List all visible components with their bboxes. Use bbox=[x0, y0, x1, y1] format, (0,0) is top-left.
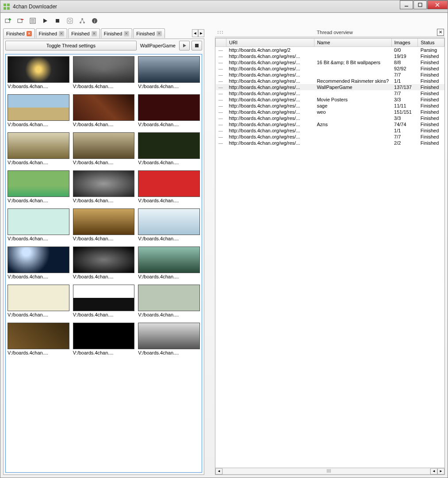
thumbnail-item[interactable]: V:/boards.4chan.... bbox=[138, 285, 200, 317]
thumbnail-image[interactable] bbox=[138, 285, 200, 311]
thumbnail-image[interactable] bbox=[138, 247, 200, 273]
play-icon[interactable] bbox=[41, 17, 49, 25]
table-row[interactable]: http://boards.4chan.org/wg/res/...1/1Fin… bbox=[216, 127, 444, 134]
table-row[interactable]: http://boards.4chan.org/wg/res/...WallPa… bbox=[216, 84, 444, 90]
thumbnail-item[interactable]: V:/boards.4chan.... bbox=[8, 170, 69, 203]
thumbnail-image[interactable] bbox=[73, 208, 135, 235]
tab-close-icon[interactable]: ✕ bbox=[92, 31, 97, 36]
list-icon[interactable] bbox=[29, 17, 37, 25]
thumbnail-item[interactable]: V:/boards.4chan.... bbox=[73, 208, 135, 241]
add-thread-icon[interactable] bbox=[4, 17, 12, 25]
tab-finished[interactable]: Finished✕ bbox=[133, 28, 165, 38]
thumbnail-image[interactable] bbox=[73, 56, 135, 83]
thumbnail-image[interactable] bbox=[8, 170, 69, 197]
table-row[interactable]: http://boards.4chan.org/wg/20/0Parsing bbox=[216, 47, 444, 54]
table-row[interactable]: http://boards.4chan.org/wg/res/...Movie … bbox=[216, 96, 444, 103]
scroll-left-icon[interactable]: ◄ bbox=[215, 468, 222, 474]
thumbnail-image[interactable] bbox=[8, 323, 69, 349]
thumbnail-image[interactable] bbox=[73, 323, 135, 349]
thumbnail-image[interactable] bbox=[8, 94, 69, 121]
name-column-header[interactable]: Name bbox=[314, 39, 391, 47]
thumbnail-image[interactable] bbox=[73, 247, 135, 273]
tab-finished[interactable]: Finished✕ bbox=[36, 28, 68, 38]
thumbnail-item[interactable]: V:/boards.4chan.... bbox=[8, 323, 69, 355]
overview-close-button[interactable]: ✕ bbox=[437, 29, 444, 36]
table-row[interactable]: http://boards.4chan.org/wg/res/...Azns74… bbox=[216, 121, 444, 127]
table-row[interactable]: http://boards.4chan.org/wg/res/...7/7Fin… bbox=[216, 72, 444, 78]
tab-close-icon[interactable]: ✕ bbox=[124, 31, 129, 36]
table-row[interactable]: http://boards.4chan.org/wg/res/...16 Bit… bbox=[216, 59, 444, 66]
table-row[interactable]: http://boards.4chan.org/wg/res/...weo151… bbox=[216, 109, 444, 115]
panel-grip-icon[interactable] bbox=[215, 30, 233, 35]
thumbnail-item[interactable]: V:/boards.4chan.... bbox=[73, 247, 135, 279]
info-icon[interactable]: i bbox=[91, 17, 99, 25]
tab-finished[interactable]: Finished✕ bbox=[68, 28, 100, 38]
thumbnail-image[interactable] bbox=[8, 247, 69, 273]
thumbnail-item[interactable]: V:/boards.4chan.... bbox=[138, 208, 200, 241]
thumbnail-item[interactable]: V:/boards.4chan.... bbox=[138, 56, 200, 89]
thumbnail-image[interactable] bbox=[8, 56, 69, 83]
thumbnail-item[interactable]: V:/boards.4chan.... bbox=[138, 247, 200, 279]
tab-finished[interactable]: Finished✕ bbox=[101, 28, 133, 38]
scroll-right-icon[interactable]: ◄ bbox=[430, 468, 437, 474]
thumbnail-item[interactable]: V:/boards.4chan.... bbox=[8, 94, 69, 127]
tab-close-icon[interactable]: ✕ bbox=[59, 31, 64, 36]
thumbnail-item[interactable]: V:/boards.4chan.... bbox=[8, 208, 69, 241]
thumbnail-image[interactable] bbox=[138, 170, 200, 197]
tab-finished[interactable]: Finished✕ bbox=[3, 28, 35, 38]
thumbnail-item[interactable]: V:/boards.4chan.... bbox=[8, 285, 69, 317]
thumbnail-image[interactable] bbox=[73, 94, 135, 121]
table-row[interactable]: http://boards.4chan.org/wg/res/...2/2Fin… bbox=[216, 140, 444, 146]
remove-thread-icon[interactable] bbox=[16, 17, 24, 25]
thumbnail-image[interactable] bbox=[8, 208, 69, 235]
tab-close-icon[interactable]: ✕ bbox=[27, 31, 32, 36]
titlebar[interactable]: 4chan Downloader bbox=[0, 0, 448, 12]
thumbnail-image[interactable] bbox=[138, 56, 200, 83]
panel-play-button[interactable] bbox=[179, 41, 190, 50]
network-icon[interactable] bbox=[78, 17, 86, 25]
table-row[interactable]: http://boards.4chan.org/wg/res/...7/7Fin… bbox=[216, 134, 444, 140]
table-row[interactable]: http://boards.4chan.org/wg/res/...92/92F… bbox=[216, 66, 444, 72]
thumbnail-image[interactable] bbox=[138, 323, 200, 349]
toggle-thread-settings-button[interactable]: Toggle Thread settings bbox=[5, 41, 137, 50]
thumbnail-item[interactable]: V:/boards.4chan.... bbox=[138, 170, 200, 203]
table-row[interactable]: http://boards.4chan.org/wg/res/...19/19F… bbox=[216, 53, 444, 59]
thumbnail-image[interactable] bbox=[8, 285, 69, 311]
thumbnail-image[interactable] bbox=[138, 208, 200, 235]
thumbnail-image[interactable] bbox=[73, 285, 135, 311]
thumbnail-item[interactable]: V:/boards.4chan.... bbox=[73, 323, 135, 355]
table-row[interactable]: http://boards.4chan.org/wg/res/...7/7Fin… bbox=[216, 90, 444, 96]
thumbnail-image[interactable] bbox=[73, 132, 135, 159]
stop-icon[interactable] bbox=[54, 17, 61, 25]
thumbnail-image[interactable] bbox=[138, 132, 200, 159]
thumbnail-item[interactable]: V:/boards.4chan.... bbox=[73, 56, 135, 89]
tab-close-icon[interactable]: ✕ bbox=[157, 31, 162, 36]
images-column-header[interactable]: Images bbox=[391, 39, 418, 47]
horizontal-scrollbar[interactable]: ◄ ◄ ► bbox=[215, 467, 444, 474]
thumbnail-item[interactable]: V:/boards.4chan.... bbox=[8, 132, 69, 165]
thumbnail-scroll-area[interactable]: V:/boards.4chan....V:/boards.4chan....V:… bbox=[5, 54, 202, 473]
minimize-button[interactable] bbox=[400, 0, 413, 9]
thumbnail-image[interactable] bbox=[138, 94, 200, 121]
thumbnail-item[interactable]: V:/boards.4chan.... bbox=[138, 94, 200, 127]
thumbnail-item[interactable]: V:/boards.4chan.... bbox=[8, 56, 69, 89]
thumbnail-item[interactable]: V:/boards.4chan.... bbox=[73, 285, 135, 317]
panel-stop-button[interactable] bbox=[191, 41, 202, 50]
thumbnail-item[interactable]: V:/boards.4chan.... bbox=[138, 323, 200, 355]
thumbnail-item[interactable]: V:/boards.4chan.... bbox=[73, 94, 135, 127]
uri-column-header[interactable]: URI bbox=[226, 39, 314, 47]
close-button[interactable] bbox=[427, 0, 448, 9]
thumbnail-image[interactable] bbox=[8, 132, 69, 159]
thumbnail-item[interactable]: V:/boards.4chan.... bbox=[8, 247, 69, 279]
table-row[interactable]: http://boards.4chan.org/wg/res/...sage11… bbox=[216, 103, 444, 109]
thumbnail-image[interactable] bbox=[73, 170, 135, 197]
thumbnail-item[interactable]: V:/boards.4chan.... bbox=[138, 132, 200, 165]
tree-column-header[interactable] bbox=[216, 39, 226, 47]
table-row[interactable]: http://boards.4chan.org/wg/res/...Recomm… bbox=[216, 78, 444, 84]
tab-scroll-left-icon[interactable]: ◄ bbox=[192, 29, 198, 37]
table-row[interactable]: http://boards.4chan.org/wg/res/...3/3Fin… bbox=[216, 115, 444, 121]
tab-scroll-right-icon[interactable]: ► bbox=[198, 29, 204, 37]
splitter[interactable] bbox=[209, 28, 211, 475]
scroll-right2-icon[interactable]: ► bbox=[437, 468, 444, 474]
thread-table[interactable]: URI Name Images Status http://boards.4ch… bbox=[215, 38, 444, 146]
